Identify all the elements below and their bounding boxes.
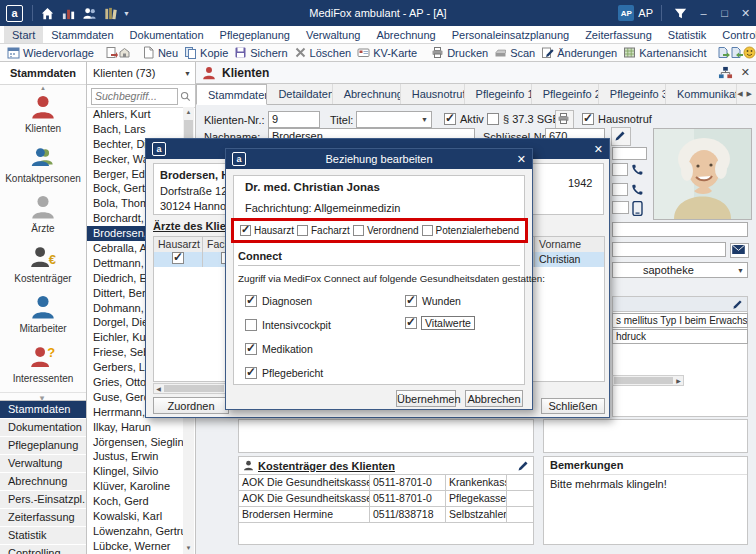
nav-item[interactable]: Pflegeplanung [0, 437, 86, 455]
archive-icon[interactable] [118, 46, 131, 59]
aktiv-checkbox[interactable]: ✓ [444, 113, 456, 125]
menu-item[interactable]: Verwaltung [298, 26, 368, 43]
hscrollbar-fragment[interactable]: ▶ [612, 375, 684, 386]
pencil-icon[interactable] [517, 460, 529, 472]
table-row[interactable]: AOK Die Gesundheitskasse für Niedersach … [239, 475, 533, 491]
nav-item[interactable]: Dokumentation [0, 419, 86, 437]
scan-button[interactable]: Scan [491, 46, 538, 59]
connect-checkbox[interactable]: ✓ [245, 319, 257, 331]
hausarzt-cell-checkbox[interactable]: ✓ [172, 252, 184, 264]
client-list-item[interactable]: Ilkay, Harun [87, 420, 183, 435]
field-fragment[interactable] [612, 242, 726, 257]
close-panel-icon[interactable]: ✕ [741, 66, 750, 79]
tab[interactable]: Kommunikati [666, 84, 737, 104]
field-fragment[interactable] [612, 201, 629, 214]
role-checkbox[interactable]: ✓ [353, 225, 364, 236]
pharmacy-dropdown[interactable]: sapotheke▼ [612, 262, 748, 278]
uebernehmen-button[interactable]: Übernehmen [396, 390, 456, 407]
wiedervorlage-button[interactable]: Wiedervorlage [4, 46, 97, 59]
scroll-left-icon[interactable]: ◀ [154, 385, 163, 392]
tab[interactable]: Detaildaten [267, 84, 332, 104]
tab[interactable]: Abrechnung [333, 84, 401, 104]
library-icon[interactable] [103, 6, 118, 21]
tab[interactable]: Stammdaten [196, 84, 267, 105]
bemerkungen-text[interactable]: Bitte mehrmals klingeln! [544, 475, 747, 493]
clients-icon[interactable] [82, 6, 97, 21]
role-checkbox[interactable]: ✓ [240, 225, 251, 236]
scroll-down-icon[interactable]: ▼ [183, 543, 194, 554]
drucken-button[interactable]: Drucken [428, 46, 491, 59]
hierarchy-view-icon[interactable] [718, 66, 733, 80]
client-list-item[interactable]: Kowalski, Karl [87, 509, 183, 524]
nav-item[interactable]: Zeiterfassung [0, 509, 86, 527]
table-row[interactable]: Brodersen Hermine 0511/838718 Selbstzahl… [239, 507, 533, 523]
menu-item[interactable]: Statistik [660, 26, 715, 43]
connect-checkbox[interactable]: ✓ [245, 367, 257, 379]
schliessen-button[interactable]: Schließen [541, 398, 605, 414]
sidebar-item-kostentraeger[interactable]: € Kostenträger [0, 244, 86, 284]
list-type-dropdown[interactable]: Klienten (73) ▼ [87, 62, 195, 85]
field-fragment[interactable] [612, 147, 647, 160]
nav-item[interactable]: Controlling [0, 545, 86, 554]
kv-karte-button[interactable]: KV-Karte [354, 46, 420, 59]
sidebar-item-klienten[interactable]: Klienten [0, 94, 86, 134]
role-checkbox[interactable]: ✓ [297, 225, 308, 236]
klienten-nr-input[interactable]: 9 [268, 111, 320, 128]
field-fragment[interactable] [612, 163, 628, 176]
collapse-caret-icon[interactable]: ▲ [0, 85, 86, 92]
aenderungen-button[interactable]: Änderungen [538, 46, 620, 59]
user-avatar-badge[interactable]: AP [618, 5, 634, 21]
connect-checkbox[interactable]: ✓ [245, 295, 257, 307]
export-document-icon[interactable] [717, 46, 730, 59]
abbrechen-button[interactable]: Abbrechen [465, 390, 523, 407]
nav-item[interactable]: Verwaltung [0, 455, 86, 473]
pencil-icon[interactable] [732, 299, 743, 310]
tab[interactable]: Pflegeinfo 2 [532, 84, 599, 104]
dialog-close-icon[interactable]: ✕ [517, 153, 526, 166]
neu-button[interactable]: Neu [139, 46, 181, 59]
nav-item[interactable]: Abrechnung [0, 473, 86, 491]
titel-select[interactable]: ▼ [356, 111, 432, 128]
tab[interactable]: Pflegeinfo 1 [465, 84, 532, 104]
tabs-scroll-right-icon[interactable]: ▶ [747, 90, 752, 98]
kartenansicht-button[interactable]: Kartenansicht [620, 46, 709, 59]
menu-item[interactable]: Abrechnung [368, 26, 443, 43]
diagnosis-row[interactable]: hdruck [612, 329, 748, 344]
scroll-up-icon[interactable]: ▲ [183, 107, 194, 118]
task-export-icon[interactable] [105, 46, 118, 59]
nav-item[interactable]: Pers.-Einsatzpl. [0, 491, 86, 509]
client-list-item[interactable]: Bach, Lars [87, 122, 183, 137]
email-button[interactable] [730, 243, 749, 258]
sidebar-item-aerzte[interactable]: Ärzte [0, 194, 86, 234]
client-list-item[interactable]: Klingel, Silvio [87, 464, 183, 479]
connect-checkbox[interactable]: ✓ [245, 343, 257, 355]
loeschen-button[interactable]: Löschen [291, 46, 355, 59]
menu-item[interactable]: Zeiterfassung [577, 26, 660, 43]
client-list-item[interactable]: Jörgensen, Sieglinde [87, 435, 183, 450]
tabs-scroll-left-icon[interactable]: ◀ [737, 90, 742, 98]
menu-item[interactable]: Personaleinsatzplanung [444, 26, 577, 43]
scroll-right-icon[interactable]: ▶ [674, 377, 683, 384]
quickbar-caret-icon[interactable]: ▼ [123, 10, 130, 17]
menu-item[interactable]: Start [4, 26, 43, 43]
zuordnen-button[interactable]: Zuordnen [153, 397, 229, 414]
menu-item[interactable]: Pflegeplanung [212, 26, 298, 43]
column-vorname[interactable]: Vorname [535, 237, 604, 252]
minimize-button[interactable]: – [695, 7, 712, 19]
sidebar-item-interessenten[interactable]: ? Interessenten [0, 344, 86, 384]
menu-item[interactable]: Dokumentation [122, 26, 212, 43]
client-list-item[interactable]: Ahlers, Kurt [87, 107, 183, 122]
hausnotruf-checkbox[interactable]: ✓ [582, 113, 594, 125]
feedback-smiley-icon[interactable] [743, 46, 756, 59]
search-input[interactable] [91, 88, 178, 105]
sidebar-item-kontaktpersonen[interactable]: Kontaktpersonen [0, 144, 86, 184]
filter-icon[interactable] [673, 6, 688, 21]
sidebar-item-mitarbeiter[interactable]: Mitarbeiter [0, 294, 86, 334]
statistics-icon[interactable] [61, 6, 76, 21]
role-checkbox[interactable]: ✓ [422, 225, 433, 236]
user-initials[interactable]: AP [638, 7, 653, 19]
tab[interactable]: Hausnotruf [401, 84, 465, 104]
import-document-icon[interactable] [730, 46, 743, 59]
menu-item[interactable]: Stammdaten [43, 26, 121, 43]
home-icon[interactable] [40, 6, 55, 21]
